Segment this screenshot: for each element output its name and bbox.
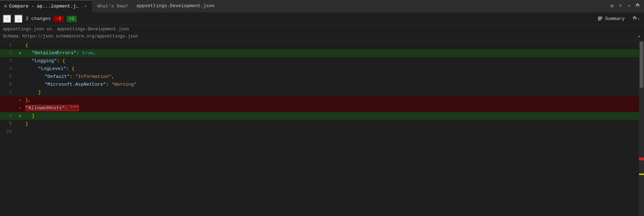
table-row: 7 } [0, 89, 639, 96]
line-number: 8 [0, 112, 16, 120]
info-bar: appsettings.json vs. appsettings.Develop… [0, 25, 644, 41]
table-row: - }, [0, 96, 639, 104]
compare-tab-pin-icon: ⊞ [4, 4, 7, 9]
tab-whats-new[interactable]: What's New? [93, 0, 132, 12]
table-row: 9 } [0, 120, 639, 128]
table-row: 2 + "DetailedErrors": true, [0, 49, 639, 57]
line-number: 4 [0, 65, 16, 73]
table-row: 6 "Microsoft.AspNetCore": "Warning" [0, 81, 639, 89]
right-tab-close[interactable]: × [617, 2, 624, 10]
tab-compare[interactable]: ⊞ Compare - ap...lopment.json × [0, 0, 93, 12]
summary-label: Summary [605, 16, 625, 21]
tab-bar-right: appsettings.Development.json ⊞ × ▾ [132, 0, 644, 12]
scrollbar-thumb[interactable] [640, 41, 643, 88]
code-pane: 1 { 2 + "DetailedErrors": true, 3 "Loggi… [0, 41, 639, 216]
table-row: - "AllowedHosts": "*" [0, 104, 639, 112]
line-gutter-minus: - [16, 104, 24, 112]
line-gutter [16, 128, 24, 136]
line-content: "Default": "Information", [24, 73, 639, 81]
table-row: 4 "LogLevel": { [0, 65, 639, 73]
scrollbar-marker-red [639, 157, 644, 160]
line-number: 9 [0, 120, 16, 128]
compare-tab-label: Compare - ap...lopment.json [9, 4, 80, 9]
changes-count: 2 changes [26, 16, 51, 21]
line-content: } [24, 112, 639, 120]
line-number: 6 [0, 81, 16, 89]
table-row: 8 + } [0, 112, 639, 120]
line-number: 3 [0, 57, 16, 65]
line-content: "Microsoft.AspNetCore": "Warning" [24, 81, 639, 89]
settings-icon [632, 16, 638, 22]
schema-dropdown-icon[interactable]: ▾ [637, 34, 641, 39]
line-number [0, 104, 16, 112]
compare-info-line: appsettings.json vs. appsettings.Develop… [3, 26, 641, 32]
line-content: } [24, 120, 639, 128]
line-gutter [16, 65, 24, 73]
line-number: 7 [0, 89, 16, 96]
table-row: 10 [0, 128, 639, 136]
line-number: 10 [0, 128, 16, 136]
schema-url[interactable]: https://json.schemastore.org/appsettings… [22, 34, 637, 39]
line-gutter [16, 41, 24, 49]
table-row: 5 "Default": "Information", [0, 73, 639, 81]
schema-label-text: Schema: [3, 34, 21, 39]
settings-gear-button[interactable]: ▾ [630, 15, 641, 23]
line-content: "LogLevel": { [24, 65, 639, 73]
summary-icon [597, 16, 603, 22]
prev-change-button[interactable]: ↑ [3, 15, 11, 23]
right-tab-title: appsettings.Development.json [132, 3, 607, 9]
tab-settings-icon[interactable] [634, 2, 641, 10]
next-change-button[interactable]: ↓ [14, 15, 23, 23]
line-number [0, 96, 16, 104]
toolbar: ↑ ↓ 2 changes -2 +2 Summary ▾ [0, 12, 644, 25]
removed-badge: -2 [54, 16, 64, 22]
tab-more-icon[interactable]: ▾ [625, 2, 633, 10]
line-gutter [16, 89, 24, 96]
line-gutter-plus: + [16, 112, 24, 120]
line-content: "Logging": { [24, 57, 639, 65]
line-content: } [24, 89, 639, 96]
line-content: { [24, 41, 639, 49]
line-number: 2 [0, 49, 16, 57]
line-gutter-plus: + [16, 49, 24, 57]
line-content [24, 128, 639, 136]
right-tab-pin-icon[interactable]: ⊞ [608, 2, 615, 10]
editor-area: 1 { 2 + "DetailedErrors": true, 3 "Loggi… [0, 41, 644, 216]
line-number: 5 [0, 73, 16, 81]
schema-bar: Schema: https://json.schemastore.org/app… [3, 32, 641, 40]
settings-dropdown-icon: ▾ [638, 17, 640, 21]
line-content: "AllowedHosts": "*" [24, 104, 639, 112]
line-content: "DetailedErrors": true, [24, 49, 639, 57]
scrollbar-marker-yellow [639, 174, 644, 175]
line-content: }, [24, 96, 639, 104]
table-row: 1 { [0, 41, 639, 49]
table-row: 3 "Logging": { [0, 57, 639, 65]
summary-button[interactable]: Summary [594, 15, 628, 23]
tab-bar: ⊞ Compare - ap...lopment.json × What's N… [0, 0, 644, 12]
line-gutter [16, 81, 24, 89]
compare-tab-close[interactable]: × [83, 4, 88, 9]
line-gutter-minus: - [16, 96, 24, 104]
scrollbar-track[interactable] [639, 41, 644, 216]
line-gutter [16, 57, 24, 65]
line-gutter [16, 73, 24, 81]
added-badge: +2 [67, 16, 77, 22]
line-gutter [16, 120, 24, 128]
line-number: 1 [0, 41, 16, 49]
whats-new-tab-label: What's New? [97, 4, 128, 9]
compare-description: appsettings.json vs. appsettings.Develop… [3, 27, 129, 32]
